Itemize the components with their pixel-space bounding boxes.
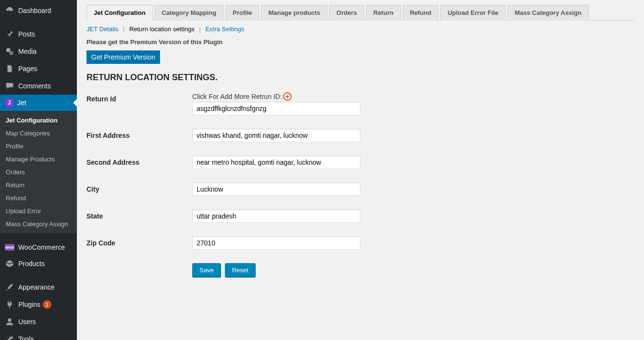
sidebar-item-products[interactable]: Products bbox=[0, 255, 77, 272]
get-premium-button[interactable]: Get Premium Version bbox=[87, 50, 160, 64]
products-icon bbox=[5, 259, 14, 268]
return-id-hint: Click For Add More Retrun ID: + bbox=[192, 92, 360, 101]
sidebar-item-tools[interactable]: Tools bbox=[0, 330, 77, 340]
submenu-mass-category-assign[interactable]: Mass Category Assign bbox=[0, 218, 77, 231]
sidebar-item-appearance[interactable]: Appearance bbox=[0, 279, 77, 296]
submenu-manage-products[interactable]: Manage Products bbox=[0, 153, 77, 166]
tab-manage-products[interactable]: Manage products bbox=[261, 5, 327, 21]
subnav-extra-settings[interactable]: Extra Settings bbox=[205, 25, 244, 33]
sidebar-item-jet[interactable]: J Jet bbox=[0, 95, 77, 111]
reset-button[interactable]: Reset bbox=[225, 263, 256, 277]
user-icon bbox=[5, 317, 14, 327]
sidebar-item-label: Jet bbox=[17, 99, 26, 107]
jet-icon: J bbox=[5, 98, 13, 107]
state-input[interactable] bbox=[192, 209, 360, 223]
tab-orders[interactable]: Orders bbox=[329, 5, 364, 21]
update-badge: 1 bbox=[43, 300, 51, 309]
label-zip: Zip Code bbox=[87, 236, 192, 247]
sidebar-item-label: Media bbox=[18, 48, 37, 55]
sidebar-item-users[interactable]: Users bbox=[0, 313, 77, 330]
premium-notice: Please get the Premium Version of this P… bbox=[87, 38, 634, 46]
submenu-profile[interactable]: Profile bbox=[0, 140, 77, 153]
svg-point-1 bbox=[8, 318, 11, 322]
submenu-return[interactable]: Return bbox=[0, 179, 77, 192]
sidebar-item-label: WooCommerce bbox=[18, 243, 65, 251]
first-address-input[interactable] bbox=[192, 129, 360, 142]
label-second-address: Second Address bbox=[87, 156, 192, 166]
label-return-id: Return Id bbox=[87, 92, 192, 103]
dashboard-icon bbox=[5, 6, 14, 15]
sidebar-item-label: Comments bbox=[18, 82, 51, 90]
page-icon bbox=[5, 64, 14, 73]
label-city: City bbox=[87, 182, 192, 193]
subnav-jet-details[interactable]: JET Details bbox=[87, 25, 118, 33]
sidebar-item-plugins[interactable]: Plugins 1 bbox=[0, 296, 77, 313]
submenu-orders[interactable]: Orders bbox=[0, 166, 77, 179]
city-input[interactable] bbox=[192, 182, 360, 196]
sidebar-item-label: Appearance bbox=[18, 283, 55, 291]
sidebar-item-comments[interactable]: Comments bbox=[0, 77, 77, 95]
sidebar-item-label: Plugins bbox=[18, 301, 40, 308]
admin-sidebar: Dashboard Posts Media Pages Comments J J… bbox=[0, 0, 77, 340]
plus-circle-icon[interactable]: + bbox=[283, 92, 292, 101]
sidebar-item-label: Users bbox=[18, 318, 36, 326]
zip-input[interactable] bbox=[192, 236, 360, 250]
submenu-jet-configuration[interactable]: Jet Configuration bbox=[0, 114, 77, 127]
tab-refund[interactable]: Refund bbox=[403, 5, 439, 21]
woo-icon: woo bbox=[5, 244, 14, 251]
sidebar-item-pages[interactable]: Pages bbox=[0, 60, 77, 77]
plug-icon bbox=[5, 300, 14, 309]
sidebar-item-woocommerce[interactable]: woo WooCommerce bbox=[0, 240, 77, 255]
label-state: State bbox=[87, 209, 192, 220]
tab-category-mapping[interactable]: Category Mapping bbox=[155, 5, 223, 21]
tab-jet-configuration[interactable]: Jet Configuration bbox=[87, 5, 153, 21]
second-address-input[interactable] bbox=[192, 156, 360, 169]
sidebar-item-label: Tools bbox=[18, 335, 34, 340]
sidebar-item-posts[interactable]: Posts bbox=[0, 25, 77, 43]
subnav-return-location[interactable]: Return location settings bbox=[129, 25, 195, 33]
wrench-icon bbox=[5, 334, 14, 340]
brush-icon bbox=[5, 282, 14, 292]
comment-icon bbox=[5, 81, 14, 91]
tab-return[interactable]: Return bbox=[366, 5, 401, 21]
tab-mass-category-assign[interactable]: Mass Category Assign bbox=[508, 5, 589, 21]
sidebar-item-label: Posts bbox=[18, 30, 35, 38]
save-button[interactable]: Save bbox=[192, 263, 221, 277]
label-first-address: First Address bbox=[87, 129, 192, 139]
sidebar-item-label: Dashboard bbox=[18, 7, 51, 14]
tab-bar: Jet Configuration Category Mapping Profi… bbox=[87, 5, 634, 21]
jet-submenu: Jet Configuration Map Categories Profile… bbox=[0, 111, 77, 233]
sidebar-item-dashboard[interactable]: Dashboard bbox=[0, 2, 77, 19]
sub-nav: JET Details | Return location settings |… bbox=[87, 25, 634, 33]
submenu-upload-error[interactable]: Upload Error bbox=[0, 205, 77, 218]
tab-upload-error-file[interactable]: Upload Error File bbox=[440, 5, 505, 21]
sidebar-item-label: Pages bbox=[18, 65, 37, 73]
sidebar-item-label: Products bbox=[18, 260, 45, 267]
return-id-input[interactable] bbox=[192, 102, 360, 115]
pin-icon bbox=[5, 29, 14, 39]
tab-profile[interactable]: Profile bbox=[225, 5, 259, 21]
submenu-refund[interactable]: Refund bbox=[0, 192, 77, 205]
main-content: Jet Configuration Category Mapping Profi… bbox=[77, 0, 644, 340]
sidebar-item-media[interactable]: Media bbox=[0, 43, 77, 60]
section-title: RETURN LOCATION SETTINGS. bbox=[87, 73, 634, 83]
media-icon bbox=[5, 47, 14, 56]
submenu-map-categories[interactable]: Map Categories bbox=[0, 127, 77, 140]
